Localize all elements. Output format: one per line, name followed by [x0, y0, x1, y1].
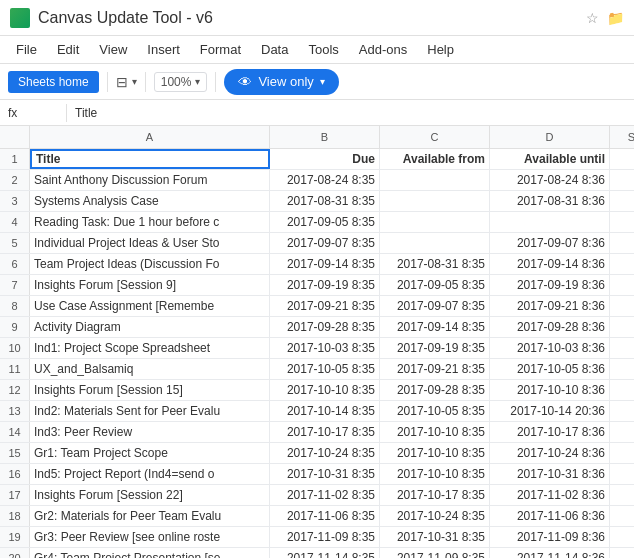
cell-available-from[interactable]: 2017-08-31 8:35 — [380, 254, 490, 274]
table-row[interactable]: 20 Gr4: Team Project Presentation [se 20… — [0, 548, 634, 558]
cell-available-until[interactable] — [490, 212, 610, 232]
cell-available-until[interactable]: 2017-11-14 8:36 — [490, 548, 610, 558]
col-header-d[interactable]: D — [490, 126, 610, 148]
zoom-control[interactable]: 100% ▾ — [154, 72, 208, 92]
cell-available-until[interactable]: 2017-11-06 8:36 — [490, 506, 610, 526]
cell-available-from[interactable]: 2017-09-14 8:35 — [380, 317, 490, 337]
table-row[interactable]: 5 Individual Project Ideas & User Sto 20… — [0, 233, 634, 254]
table-row[interactable]: 10 Ind1: Project Scope Spreadsheet 2017-… — [0, 338, 634, 359]
cell-available-until[interactable]: 2017-11-09 8:36 — [490, 527, 610, 547]
cell-available-from[interactable]: 2017-10-10 8:35 — [380, 422, 490, 442]
cell-available-until[interactable]: 2017-10-03 8:36 — [490, 338, 610, 358]
cell-title[interactable]: Systems Analysis Case — [30, 191, 270, 211]
cell-available-until[interactable]: 2017-10-24 8:36 — [490, 443, 610, 463]
cell-due[interactable]: 2017-08-31 8:35 — [270, 191, 380, 211]
cell-available-from[interactable]: 2017-11-09 8:35 — [380, 548, 490, 558]
cell-available-until[interactable]: 2017-09-19 8:36 — [490, 275, 610, 295]
cell-available-until[interactable]: 2017-08-31 8:36 — [490, 191, 610, 211]
cell-title[interactable]: Gr2: Materials for Peer Team Evalu — [30, 506, 270, 526]
view-only-button[interactable]: 👁 View only ▾ — [224, 69, 338, 95]
table-row[interactable]: 6 Team Project Ideas (Discussion Fo 2017… — [0, 254, 634, 275]
cell-due[interactable]: 2017-10-24 8:35 — [270, 443, 380, 463]
cell-due[interactable]: 2017-09-28 8:35 — [270, 317, 380, 337]
cell-available-until[interactable]: 2017-10-05 8:36 — [490, 359, 610, 379]
cell-available-until[interactable]: 2017-10-14 20:36 — [490, 401, 610, 421]
filter-control[interactable]: ⊟ ▾ — [116, 74, 137, 90]
cell-available-until[interactable]: 2017-08-24 8:36 — [490, 170, 610, 190]
table-row[interactable]: 13 Ind2: Materials Sent for Peer Evalu 2… — [0, 401, 634, 422]
cell-available-from[interactable] — [380, 170, 490, 190]
cell-available-until[interactable]: 2017-09-14 8:36 — [490, 254, 610, 274]
cell-available-from[interactable]: 2017-09-21 8:35 — [380, 359, 490, 379]
cell-due[interactable]: 2017-10-14 8:35 — [270, 401, 380, 421]
menu-file[interactable]: File — [8, 40, 45, 59]
col-header-b[interactable]: B — [270, 126, 380, 148]
cell-title[interactable]: Title — [30, 149, 270, 169]
cell-title[interactable]: Gr4: Team Project Presentation [se — [30, 548, 270, 558]
cell-due[interactable]: 2017-09-05 8:35 — [270, 212, 380, 232]
table-row[interactable]: 16 Ind5: Project Report (Ind4=send o 201… — [0, 464, 634, 485]
cell-available-from[interactable]: 2017-09-19 8:35 — [380, 338, 490, 358]
col-header-a[interactable]: A — [30, 126, 270, 148]
cell-available-until[interactable]: 2017-10-31 8:36 — [490, 464, 610, 484]
cell-available-until[interactable]: 2017-09-28 8:36 — [490, 317, 610, 337]
cell-title[interactable]: Insights Forum [Session 15] — [30, 380, 270, 400]
cell-title[interactable]: Use Case Assignment [Remembe — [30, 296, 270, 316]
menu-edit[interactable]: Edit — [49, 40, 87, 59]
table-row[interactable]: 7 Insights Forum [Session 9] 2017-09-19 … — [0, 275, 634, 296]
cell-available-until[interactable]: 2017-10-10 8:36 — [490, 380, 610, 400]
cell-available-until[interactable]: 2017-09-07 8:36 — [490, 233, 610, 253]
cell-available-from[interactable] — [380, 233, 490, 253]
cell-due[interactable]: 2017-09-19 8:35 — [270, 275, 380, 295]
cell-title[interactable]: Ind3: Peer Review — [30, 422, 270, 442]
cell-available-until[interactable]: Available until — [490, 149, 610, 169]
cell-available-from[interactable]: 2017-10-10 8:35 — [380, 443, 490, 463]
cell-title[interactable]: Individual Project Ideas & User Sto — [30, 233, 270, 253]
menu-insert[interactable]: Insert — [139, 40, 188, 59]
table-row[interactable]: 11 UX_and_Balsamiq 2017-10-05 8:35 2017-… — [0, 359, 634, 380]
cell-due[interactable]: 2017-08-24 8:35 — [270, 170, 380, 190]
menu-data[interactable]: Data — [253, 40, 296, 59]
table-row[interactable]: 15 Gr1: Team Project Scope 2017-10-24 8:… — [0, 443, 634, 464]
cell-due[interactable]: 2017-10-05 8:35 — [270, 359, 380, 379]
star-icon[interactable]: ☆ — [586, 10, 599, 26]
cell-title[interactable]: Ind5: Project Report (Ind4=send o — [30, 464, 270, 484]
table-row[interactable]: 1 Title Due Available from Available unt… — [0, 149, 634, 170]
cell-title[interactable]: Gr1: Team Project Scope — [30, 443, 270, 463]
table-row[interactable]: 9 Activity Diagram 2017-09-28 8:35 2017-… — [0, 317, 634, 338]
cell-available-from[interactable]: 2017-09-07 8:35 — [380, 296, 490, 316]
cell-available-from[interactable] — [380, 191, 490, 211]
table-row[interactable]: 19 Gr3: Peer Review [see online roste 20… — [0, 527, 634, 548]
cell-title[interactable]: Gr3: Peer Review [see online roste — [30, 527, 270, 547]
cell-title[interactable]: Insights Forum [Session 22] — [30, 485, 270, 505]
cell-due[interactable]: 2017-11-06 8:35 — [270, 506, 380, 526]
menu-format[interactable]: Format — [192, 40, 249, 59]
cell-due[interactable]: 2017-10-31 8:35 — [270, 464, 380, 484]
cell-title[interactable]: Ind1: Project Scope Spreadsheet — [30, 338, 270, 358]
col-header-e[interactable]: S — [610, 126, 634, 148]
cell-available-until[interactable]: 2017-09-21 8:36 — [490, 296, 610, 316]
menu-addons[interactable]: Add-ons — [351, 40, 415, 59]
cell-available-from[interactable]: 2017-10-31 8:35 — [380, 527, 490, 547]
cell-due[interactable]: 2017-10-03 8:35 — [270, 338, 380, 358]
cell-available-from[interactable]: 2017-09-05 8:35 — [380, 275, 490, 295]
cell-due[interactable]: 2017-11-02 8:35 — [270, 485, 380, 505]
cell-available-until[interactable]: 2017-10-17 8:36 — [490, 422, 610, 442]
table-row[interactable]: 14 Ind3: Peer Review 2017-10-17 8:35 201… — [0, 422, 634, 443]
cell-available-from[interactable]: 2017-10-24 8:35 — [380, 506, 490, 526]
cell-due[interactable]: Due — [270, 149, 380, 169]
cell-due[interactable]: 2017-09-07 8:35 — [270, 233, 380, 253]
cell-due[interactable]: 2017-11-09 8:35 — [270, 527, 380, 547]
cell-available-from[interactable]: 2017-10-17 8:35 — [380, 485, 490, 505]
cell-due[interactable]: 2017-11-14 8:35 — [270, 548, 380, 558]
cell-due[interactable]: 2017-09-21 8:35 — [270, 296, 380, 316]
cell-due[interactable]: 2017-10-10 8:35 — [270, 380, 380, 400]
cell-title[interactable]: Saint Anthony Discussion Forum — [30, 170, 270, 190]
cell-title[interactable]: Ind2: Materials Sent for Peer Evalu — [30, 401, 270, 421]
table-row[interactable]: 3 Systems Analysis Case 2017-08-31 8:35 … — [0, 191, 634, 212]
cell-available-from[interactable]: 2017-10-05 8:35 — [380, 401, 490, 421]
table-row[interactable]: 2 Saint Anthony Discussion Forum 2017-08… — [0, 170, 634, 191]
menu-tools[interactable]: Tools — [300, 40, 346, 59]
cell-title[interactable]: UX_and_Balsamiq — [30, 359, 270, 379]
sheets-home-button[interactable]: Sheets home — [8, 71, 99, 93]
